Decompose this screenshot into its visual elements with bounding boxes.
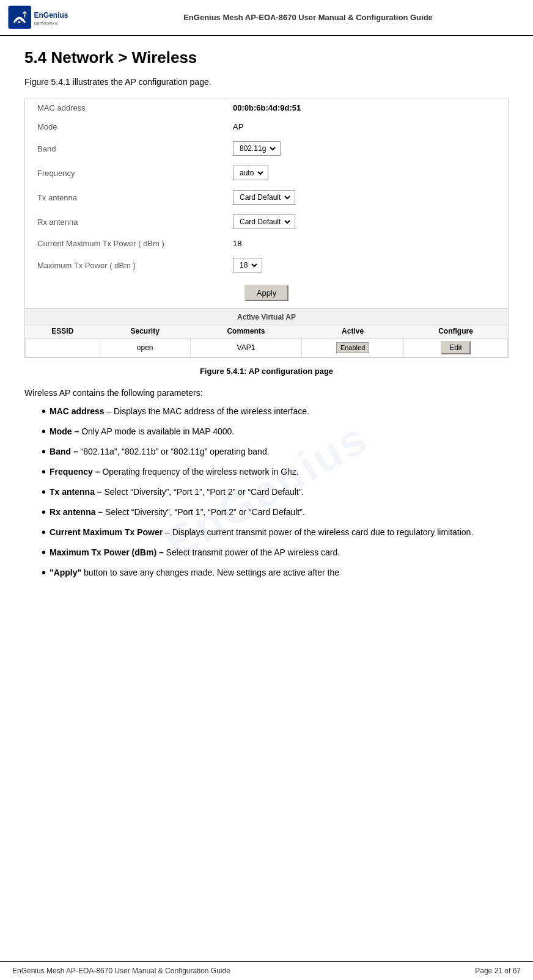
- tx-antenna-select-wrapper[interactable]: Card Default Diversity Port 1 Port 2: [233, 190, 295, 205]
- configuration-box: MAC address 00:0b:6b:4d:9d:51 Mode AP Ba…: [24, 98, 509, 358]
- vap-security-cell: open: [100, 338, 190, 357]
- engenius-logo-svg: EnGenius NETWORKS: [7, 4, 81, 31]
- list-item-current-tx-power: • Current Maximum Tx Power – Displays cu…: [39, 526, 509, 539]
- term-current-tx-power: Current Maximum Tx Power: [50, 527, 163, 537]
- list-item-band: • Band – “802.11a”, “802.11b” or “802.11…: [39, 445, 509, 458]
- footer-left: EnGenius Mesh AP-EOA-8670 User Manual & …: [12, 967, 230, 975]
- bullet-text-max-tx-power: Maximum Tx Power (dBm) – Select transmit…: [50, 546, 340, 559]
- frequency-select-wrapper[interactable]: auto: [233, 166, 268, 180]
- term-max-tx-power: Maximum Tx Power (dBm) –: [50, 547, 164, 557]
- rx-antenna-label: Rx antenna: [37, 218, 233, 227]
- bullet-dot-mode: •: [42, 425, 46, 437]
- max-tx-power-select-wrapper[interactable]: 18: [233, 258, 262, 272]
- svg-text:NETWORKS: NETWORKS: [34, 21, 58, 26]
- term-tx-antenna: Tx antenna –: [50, 487, 102, 497]
- tx-antenna-label: Tx antenna: [37, 193, 233, 202]
- desc-apply: button to save any changes made. New set…: [84, 568, 339, 577]
- bullet-list: • MAC address – Displays the MAC address…: [39, 405, 509, 579]
- vap-col-configure: Configure: [404, 324, 508, 338]
- mode-row: Mode AP: [25, 117, 508, 136]
- vap-comments-cell: VAP1: [190, 338, 301, 357]
- bullet-text-rx-antenna: Rx antenna – Select “Diversity”, “Port 1…: [50, 506, 305, 519]
- list-item-max-tx-power: • Maximum Tx Power (dBm) – Select transm…: [39, 546, 509, 559]
- bullet-dot-apply: •: [42, 566, 46, 579]
- vap-table: ESSID Security Comments Active Configure…: [25, 324, 508, 357]
- desc-frequency: Operating frequency of the wireless netw…: [102, 467, 298, 477]
- band-row: Band 802.11g 802.11a 802.11b: [25, 136, 508, 161]
- list-item-mac: • MAC address – Displays the MAC address…: [39, 405, 509, 418]
- rx-antenna-value: Card Default Diversity Port 1 Port 2: [233, 214, 295, 229]
- mode-label: Mode: [37, 122, 233, 131]
- term-band: Band –: [50, 447, 78, 456]
- active-vap-section: Active Virtual AP ESSID Security Comment…: [25, 309, 508, 357]
- desc-rx-antenna: Select “Diversity”, “Port 1”, “Port 2” o…: [105, 507, 305, 517]
- band-label: Band: [37, 144, 233, 153]
- main-content: 5.4 Network > Wireless Figure 5.4.1 illu…: [0, 36, 533, 599]
- page-header: EnGenius NETWORKS EnGenius Mesh AP-EOA-8…: [0, 0, 533, 36]
- list-item-frequency: • Frequency – Operating frequency of the…: [39, 466, 509, 478]
- bullet-dot-tx-antenna: •: [42, 486, 46, 498]
- desc-mac: Displays the MAC address of the wireless…: [114, 406, 309, 416]
- frequency-row: Frequency auto: [25, 161, 508, 185]
- max-tx-power-value: 18: [233, 258, 262, 272]
- vap-table-header-row: ESSID Security Comments Active Configure: [26, 324, 508, 338]
- frequency-value: auto: [233, 166, 268, 180]
- rx-antenna-select[interactable]: Card Default Diversity Port 1 Port 2: [236, 216, 292, 227]
- vap-active-cell: Enabled: [302, 338, 404, 357]
- vap-col-essid: ESSID: [26, 324, 100, 338]
- rx-antenna-row: Rx antenna Card Default Diversity Port 1…: [25, 210, 508, 234]
- desc-band: “802.11a”, “802.11b” or “802.11g” operat…: [81, 447, 270, 456]
- bullet-text-apply: "Apply" button to save any changes made.…: [50, 566, 339, 579]
- term-mode: Mode –: [50, 426, 79, 436]
- max-tx-power-select[interactable]: 18: [236, 260, 259, 271]
- desc-tx-antenna: Select “Diversity”, “Port 1”, “Port 2” o…: [105, 487, 304, 497]
- page-footer: EnGenius Mesh AP-EOA-8670 User Manual & …: [0, 961, 533, 980]
- figure-intro-text: Figure 5.4.1 illustrates the AP configur…: [24, 77, 509, 87]
- tx-antenna-value: Card Default Diversity Port 1 Port 2: [233, 190, 295, 205]
- band-select-wrapper[interactable]: 802.11g 802.11a 802.11b: [233, 141, 281, 156]
- bullet-text-mac: MAC address – Displays the MAC address o…: [50, 405, 309, 418]
- bullet-dot-band: •: [42, 445, 46, 458]
- term-apply: "Apply": [50, 568, 81, 577]
- logo: EnGenius NETWORKS: [7, 4, 81, 31]
- header-title: EnGenius Mesh AP-EOA-8670 User Manual & …: [90, 13, 526, 22]
- band-select[interactable]: 802.11g 802.11a 802.11b: [236, 143, 278, 154]
- list-item-rx-antenna: • Rx antenna – Select “Diversity”, “Port…: [39, 506, 509, 519]
- current-max-tx-power-row: Current Maximum Tx Power ( dBm ) 18: [25, 234, 508, 253]
- section-heading: 5.4 Network > Wireless: [24, 48, 509, 67]
- list-item-mode: • Mode – Only AP mode is available in MA…: [39, 425, 509, 438]
- term-frequency: Frequency –: [50, 467, 100, 477]
- body-intro: Wireless AP contains the following param…: [24, 388, 509, 398]
- max-tx-power-label: Maximum Tx Power ( dBm ): [37, 261, 233, 270]
- max-tx-power-row: Maximum Tx Power ( dBm ) 18: [25, 253, 508, 277]
- rx-antenna-select-wrapper[interactable]: Card Default Diversity Port 1 Port 2: [233, 214, 295, 229]
- bullet-text-band: Band – “802.11a”, “802.11b” or “802.11g”…: [50, 445, 270, 458]
- desc-current-tx-power: Displays current transmit power of the w…: [172, 527, 474, 537]
- bullet-dot-rx-antenna: •: [42, 506, 46, 518]
- term-mac: MAC address: [50, 406, 104, 416]
- bullet-dot-current-tx-power: •: [42, 526, 46, 538]
- vap-col-comments: Comments: [190, 324, 301, 338]
- sep-mac: –: [106, 406, 114, 416]
- vap-configure-cell: Edit: [404, 338, 508, 357]
- enabled-badge: Enabled: [336, 342, 369, 353]
- apply-button[interactable]: Apply: [244, 285, 289, 301]
- mac-address-label: MAC address: [37, 103, 233, 112]
- mac-address-row: MAC address 00:0b:6b:4d:9d:51: [25, 98, 508, 117]
- tx-antenna-select[interactable]: Card Default Diversity Port 1 Port 2: [236, 192, 292, 203]
- bullet-dot-mac: •: [42, 405, 46, 417]
- mac-address-value: 00:0b:6b:4d:9d:51: [233, 103, 301, 112]
- frequency-label: Frequency: [37, 169, 233, 178]
- bullet-dot-frequency: •: [42, 466, 46, 478]
- edit-button[interactable]: Edit: [441, 341, 471, 354]
- frequency-select[interactable]: auto: [236, 167, 265, 178]
- footer-right: Page 21 of 67: [475, 967, 521, 975]
- vap-col-security: Security: [100, 324, 190, 338]
- desc-max-tx-power: Select transmit power of the AP wireless…: [166, 547, 340, 557]
- tx-antenna-row: Tx antenna Card Default Diversity Port 1…: [25, 185, 508, 210]
- term-rx-antenna: Rx antenna –: [50, 507, 103, 517]
- svg-point-0: [18, 21, 21, 24]
- band-value: 802.11g 802.11a 802.11b: [233, 141, 281, 156]
- apply-row: Apply: [25, 277, 508, 309]
- desc-mode: Only AP mode is available in MAP 4000.: [81, 426, 234, 436]
